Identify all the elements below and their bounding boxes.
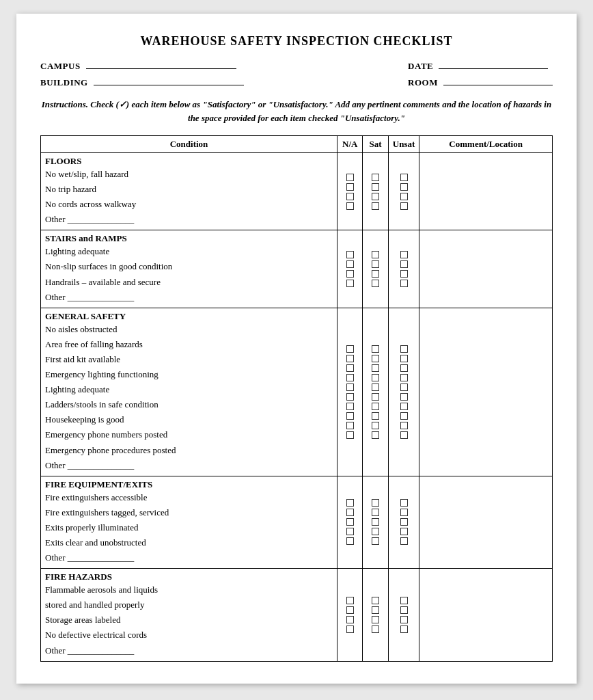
checkbox-na-floors-2[interactable]	[346, 193, 354, 200]
checkbox-sat-general-8[interactable]	[372, 422, 379, 429]
checkbox-sat-general-0[interactable]	[372, 345, 379, 353]
checkbox-na-stairs-0[interactable]	[346, 251, 354, 258]
building-field	[94, 85, 244, 85]
checkbox-sat-stairs-0[interactable]	[372, 251, 379, 258]
checkbox-na-general-3[interactable]	[346, 374, 354, 381]
item-stairs-3: Other _______________	[45, 290, 333, 305]
checkbox-na-fire-hazards-2[interactable]	[346, 616, 354, 623]
comment-cell-general[interactable]	[419, 308, 553, 476]
checkbox-sat-general-7[interactable]	[372, 412, 379, 420]
checkbox-unsat-stairs-2[interactable]	[400, 270, 408, 278]
checkbox-sat-fire-hazards-1[interactable]	[372, 606, 379, 614]
checkbox-unsat-general-9[interactable]	[400, 431, 408, 439]
condition-cell-general: GENERAL SAFETYNo aisles obstructedArea f…	[41, 308, 337, 476]
checkbox-na-stairs-3[interactable]	[346, 280, 354, 287]
comment-cell-floors[interactable]	[419, 153, 553, 230]
item-general-7: Emergency phone numbers posted	[45, 427, 333, 442]
checkbox-na-general-1[interactable]	[346, 355, 354, 362]
checkbox-na-fire-equipment-2[interactable]	[346, 518, 354, 526]
checkbox-na-general-8[interactable]	[346, 422, 354, 429]
checkbox-na-general-6[interactable]	[346, 403, 354, 410]
items-list-fire-equipment: Fire extinguishers accessibleFire exting…	[45, 490, 333, 565]
checkbox-unsat-stairs-1[interactable]	[400, 260, 408, 268]
checkbox-sat-floors-2[interactable]	[372, 193, 379, 200]
checkbox-na-general-9[interactable]	[346, 431, 354, 439]
checkbox-unsat-fire-equipment-4[interactable]	[400, 537, 408, 545]
checkbox-na-general-5[interactable]	[346, 393, 354, 401]
checkbox-na-floors-1[interactable]	[346, 183, 354, 191]
checkbox-unsat-general-8[interactable]	[400, 422, 408, 429]
checkbox-sat-general-4[interactable]	[372, 383, 379, 391]
comment-cell-fire-equipment[interactable]	[419, 476, 553, 568]
checkbox-sat-fire-equipment-3[interactable]	[372, 528, 379, 535]
header-left: CAMPUS BUILDING	[40, 61, 244, 88]
checkbox-na-stairs-2[interactable]	[346, 270, 354, 278]
checkbox-sat-floors-0[interactable]	[372, 174, 379, 181]
checkbox-unsat-fire-hazards-1[interactable]	[400, 606, 408, 614]
checkbox-na-general-2[interactable]	[346, 364, 354, 372]
checkbox-sat-floors-3[interactable]	[372, 202, 379, 210]
checkbox-sat-general-5[interactable]	[372, 393, 379, 401]
checkbox-na-stairs-1[interactable]	[346, 260, 354, 268]
item-general-9: Other _______________	[45, 458, 333, 473]
checkbox-unsat-floors-3[interactable]	[400, 202, 408, 210]
checkbox-unsat-fire-equipment-2[interactable]	[400, 518, 408, 526]
checkbox-unsat-general-6[interactable]	[400, 403, 408, 410]
col-header-comment: Comment/Location	[419, 136, 553, 153]
checkbox-sat-general-3[interactable]	[372, 374, 379, 381]
checkbox-sat-fire-equipment-0[interactable]	[372, 499, 379, 507]
checkbox-sat-general-2[interactable]	[372, 364, 379, 372]
checkbox-sat-general-9[interactable]	[372, 431, 379, 439]
checkbox-unsat-fire-equipment-1[interactable]	[400, 509, 408, 516]
checkbox-unsat-stairs-3[interactable]	[400, 280, 408, 287]
checkbox-na-general-7[interactable]	[346, 412, 354, 420]
checkbox-sat-stairs-1[interactable]	[372, 260, 379, 268]
comment-cell-fire-hazards[interactable]	[419, 569, 553, 661]
checkbox-na-fire-hazards-1[interactable]	[346, 606, 354, 614]
checkbox-unsat-fire-equipment-3[interactable]	[400, 528, 408, 535]
checkbox-na-floors-0[interactable]	[346, 174, 354, 181]
checkbox-sat-fire-hazards-3[interactable]	[372, 625, 379, 633]
checkbox-na-general-0[interactable]	[346, 345, 354, 353]
checkbox-na-general-4[interactable]	[346, 383, 354, 391]
checkbox-sat-fire-hazards-0[interactable]	[372, 597, 379, 604]
checkbox-sat-general-6[interactable]	[372, 403, 379, 410]
item-general-1: Area free of falling hazards	[45, 337, 333, 352]
checkbox-na-fire-hazards-0[interactable]	[346, 597, 354, 604]
comment-cell-stairs[interactable]	[419, 230, 553, 308]
checkbox-unsat-stairs-0[interactable]	[400, 251, 408, 258]
checkbox-na-fire-hazards-3[interactable]	[346, 625, 354, 633]
checkbox-unsat-general-7[interactable]	[400, 412, 408, 420]
checkbox-sat-stairs-2[interactable]	[372, 270, 379, 278]
checkbox-sat-fire-equipment-4[interactable]	[372, 537, 379, 545]
checkbox-sat-fire-hazards-2[interactable]	[372, 616, 379, 623]
checkbox-unsat-general-0[interactable]	[400, 345, 408, 353]
checkbox-unsat-fire-equipment-0[interactable]	[400, 499, 408, 507]
checkbox-sat-general-1[interactable]	[372, 355, 379, 362]
checkbox-na-fire-equipment-4[interactable]	[346, 537, 354, 545]
checkbox-unsat-general-5[interactable]	[400, 393, 408, 401]
checkbox-unsat-general-1[interactable]	[400, 355, 408, 362]
checkbox-unsat-floors-0[interactable]	[400, 174, 408, 181]
campus-field	[86, 68, 236, 69]
checkbox-na-floors-3[interactable]	[346, 202, 354, 210]
checkbox-unsat-fire-hazards-2[interactable]	[400, 616, 408, 623]
checkbox-unsat-general-4[interactable]	[400, 383, 408, 391]
checkbox-sat-fire-equipment-2[interactable]	[372, 518, 379, 526]
checkbox-na-fire-equipment-3[interactable]	[346, 528, 354, 535]
checkbox-na-fire-equipment-1[interactable]	[346, 509, 354, 516]
checkbox-unsat-fire-hazards-3[interactable]	[400, 625, 408, 633]
checkbox-na-fire-equipment-0[interactable]	[346, 499, 354, 507]
checkbox-unsat-floors-2[interactable]	[400, 193, 408, 200]
checkbox-sat-fire-equipment-1[interactable]	[372, 509, 379, 516]
instructions: Instructions. Check (✓) each item below …	[40, 98, 553, 124]
item-general-4: Lighting adequate	[45, 382, 333, 397]
checkbox-unsat-general-2[interactable]	[400, 364, 408, 372]
checkbox-unsat-floors-1[interactable]	[400, 183, 408, 191]
checkbox-sat-floors-1[interactable]	[372, 183, 379, 191]
checkbox-unsat-fire-hazards-0[interactable]	[400, 597, 408, 604]
checkbox-sat-stairs-3[interactable]	[372, 280, 379, 287]
section-title-fire-hazards: FIRE HAZARDS	[45, 571, 333, 582]
checkbox-unsat-general-3[interactable]	[400, 374, 408, 381]
item-floors-0: No wet/slip, fall hazard	[45, 167, 333, 182]
